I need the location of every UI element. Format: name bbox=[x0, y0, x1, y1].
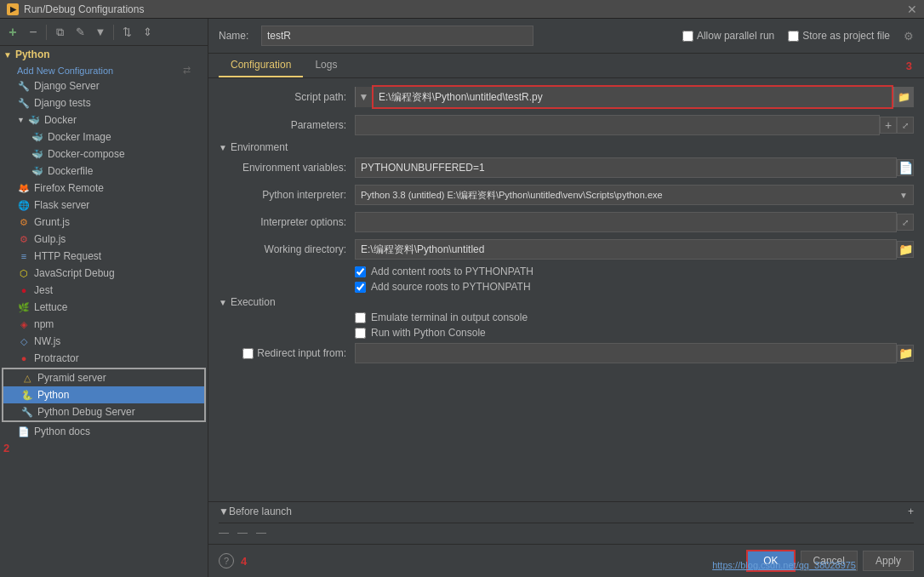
npm-icon: ◈ bbox=[17, 317, 31, 331]
sort-button[interactable]: ⇅ bbox=[117, 23, 136, 42]
edit-config-button[interactable]: ✎ bbox=[71, 23, 89, 42]
gear-icon[interactable]: ⚙ bbox=[904, 30, 914, 43]
tree-item-npm[interactable]: ◈ npm bbox=[0, 316, 208, 333]
pyramid-icon: △ bbox=[20, 371, 34, 385]
execution-section-header[interactable]: ▼ Execution bbox=[219, 296, 914, 308]
tree-item-http-request[interactable]: ≡ HTTP Request bbox=[0, 248, 208, 265]
parameters-expand-btn[interactable]: ⤢ bbox=[897, 117, 914, 134]
store-as-project-checkbox[interactable] bbox=[788, 31, 799, 42]
tree-item-python[interactable]: 🐍 Python bbox=[3, 386, 204, 403]
badge-3: 3 bbox=[906, 60, 912, 72]
tree-item-label: Python bbox=[37, 389, 69, 401]
tree-item-js-debug[interactable]: ⬡ JavaScript Debug bbox=[0, 265, 208, 282]
script-path-row: Script path: ▼ 📁 bbox=[219, 85, 914, 109]
tree-item-label: Lettuce bbox=[34, 301, 67, 313]
script-path-input[interactable] bbox=[374, 87, 892, 107]
tree-item-label: Flask server bbox=[34, 199, 89, 211]
copy-config-button[interactable]: ⧉ bbox=[50, 23, 69, 42]
docker-image-icon: 🐳 bbox=[31, 130, 44, 144]
badge-2: 2 bbox=[3, 442, 9, 454]
env-arrow: ▼ bbox=[219, 143, 227, 152]
working-dir-browse-btn[interactable]: 📁 bbox=[897, 241, 914, 258]
redirect-input-browse-btn[interactable]: 📁 bbox=[897, 345, 914, 362]
exec-section-label: Execution bbox=[231, 296, 276, 308]
checkbox-group: Allow parallel run Store as project file… bbox=[682, 30, 914, 43]
env-section-label: Environment bbox=[231, 141, 288, 153]
lettuce-icon: 🌿 bbox=[17, 300, 31, 314]
tree-item-dockerfile[interactable]: 🐳 Dockerfile bbox=[0, 163, 208, 180]
script-path-label: Script path: bbox=[219, 91, 355, 103]
name-input[interactable] bbox=[261, 26, 533, 46]
add-content-roots-checkbox[interactable] bbox=[355, 266, 366, 277]
before-launch-header[interactable]: ▼ Before launch + bbox=[208, 501, 924, 521]
add-content-roots-label: Add content roots to PYTHONPATH bbox=[371, 266, 533, 277]
working-dir-input[interactable] bbox=[355, 239, 897, 260]
add-new-config-item[interactable]: Add New Configuration ⇄ bbox=[0, 63, 208, 77]
script-path-container: ▼ 📁 bbox=[355, 85, 914, 109]
tree-item-docker[interactable]: ▼ 🐳 Docker bbox=[0, 111, 208, 129]
interpreter-select[interactable]: Python 3.8 (untitled) E:\编程资料\Python\unt… bbox=[355, 185, 914, 205]
tree-item-django-tests[interactable]: 🔧 Django tests bbox=[0, 94, 208, 111]
grunt-icon: ⚙ bbox=[17, 215, 31, 229]
tree-item-nwjs[interactable]: ◇ NW.js bbox=[0, 333, 208, 350]
tree-item-lettuce[interactable]: 🌿 Lettuce bbox=[0, 299, 208, 316]
env-vars-field: PYTHONUNBUFFERED=1 📄 bbox=[355, 157, 914, 178]
tab-configuration[interactable]: Configuration bbox=[219, 54, 303, 77]
environment-section-header[interactable]: ▼ Environment bbox=[219, 141, 914, 153]
script-path-dropdown-btn[interactable]: ▼ bbox=[355, 87, 372, 107]
run-with-console-row: Run with Python Console bbox=[355, 327, 914, 339]
env-vars-browse-btn[interactable]: 📄 bbox=[897, 159, 914, 176]
section-arrow: ▼ bbox=[3, 50, 12, 60]
tree-item-firefox-remote[interactable]: 🦊 Firefox Remote bbox=[0, 180, 208, 197]
close-button[interactable]: ✕ bbox=[907, 3, 917, 16]
python-section-header[interactable]: ▼ Python bbox=[0, 46, 208, 63]
move-button[interactable]: ⇕ bbox=[138, 23, 157, 42]
tree-item-label: JavaScript Debug bbox=[34, 267, 115, 279]
parameters-row: Parameters: + ⤢ bbox=[219, 114, 914, 136]
tree-item-gulp[interactable]: ⚙ Gulp.js bbox=[0, 231, 208, 248]
parameters-input[interactable] bbox=[355, 115, 880, 135]
tree-item-protractor[interactable]: ● Protractor bbox=[0, 350, 208, 367]
allow-parallel-checkbox[interactable] bbox=[682, 31, 693, 42]
emulate-terminal-label: Emulate terminal in output console bbox=[371, 311, 528, 323]
script-path-browse-btn[interactable]: 📁 bbox=[893, 87, 914, 107]
toolbar: + − ⧉ ✎ ▼ ⇅ ⇕ bbox=[0, 19, 208, 46]
docker-icon: 🐳 bbox=[27, 113, 41, 127]
dropdown-button[interactable]: ▼ bbox=[91, 23, 110, 42]
help-button[interactable]: ? bbox=[219, 553, 234, 568]
dockerfile-icon: 🐳 bbox=[31, 164, 44, 178]
parameters-add-btn[interactable]: + bbox=[880, 117, 897, 134]
interpreter-options-expand-btn[interactable]: ⤢ bbox=[897, 214, 914, 231]
add-config-button[interactable]: + bbox=[3, 23, 22, 42]
tree-item-label: Docker Image bbox=[48, 131, 111, 143]
redirect-input-input[interactable] bbox=[355, 343, 897, 363]
before-launch-add-btn[interactable]: + bbox=[908, 506, 914, 517]
tree-item-flask-server[interactable]: 🌐 Flask server bbox=[0, 197, 208, 214]
redirect-input-field: 📁 bbox=[355, 343, 914, 363]
interpreter-options-input[interactable] bbox=[355, 212, 897, 232]
emulate-terminal-checkbox[interactable] bbox=[355, 312, 366, 323]
tree-item-django-server[interactable]: 🔧 Django Server bbox=[0, 77, 208, 94]
run-with-console-checkbox[interactable] bbox=[355, 328, 366, 339]
allow-parallel-label: Allow parallel run bbox=[697, 30, 774, 42]
tree-item-python-docs[interactable]: 📄 Python docs bbox=[0, 423, 208, 440]
redirect-input-checkbox[interactable] bbox=[242, 348, 254, 359]
app-icon: ▶ bbox=[7, 3, 19, 15]
bottom-sep-dash2: — bbox=[237, 527, 248, 539]
watermark: https://blog.csdn.net/qq_38028975 bbox=[712, 560, 856, 570]
python-debug-server-icon: 🔧 bbox=[20, 405, 34, 419]
tree-item-pyramid[interactable]: △ Pyramid server bbox=[3, 369, 204, 386]
apply-button[interactable]: Apply bbox=[863, 551, 914, 571]
add-source-roots-checkbox[interactable] bbox=[355, 282, 366, 293]
tree-item-python-debug-server[interactable]: 🔧 Python Debug Server bbox=[3, 403, 204, 420]
remove-config-button[interactable]: − bbox=[24, 23, 43, 42]
tab-logs[interactable]: Logs bbox=[303, 54, 349, 77]
tree-item-grunt[interactable]: ⚙ Grunt.js bbox=[0, 214, 208, 231]
tree-item-jest[interactable]: ● Jest bbox=[0, 282, 208, 299]
tree-item-label: Python Debug Server bbox=[37, 406, 135, 418]
tree-item-label: Pyramid server bbox=[37, 372, 106, 384]
tree-item-docker-image[interactable]: 🐳 Docker Image bbox=[0, 129, 208, 146]
before-launch-arrow: ▼ bbox=[219, 506, 229, 517]
tree-item-docker-compose[interactable]: 🐳 Docker-compose bbox=[0, 146, 208, 163]
section-label: Python bbox=[15, 49, 50, 60]
